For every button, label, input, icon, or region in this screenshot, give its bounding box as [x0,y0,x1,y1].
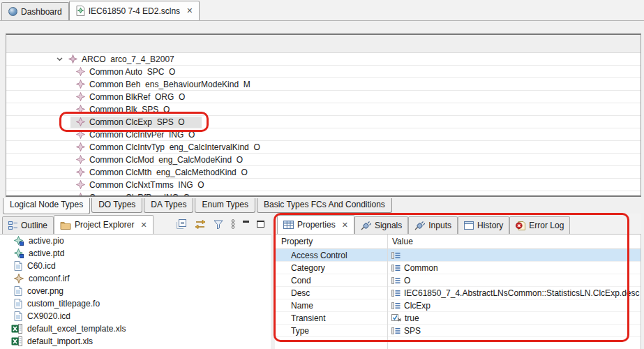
tab-project-explorer[interactable]: Project Explorer ✕ [54,215,153,234]
tree-row[interactable]: Common Blk SPS O [6,103,641,116]
document-file-icon [14,261,22,271]
document-file-icon [14,286,22,296]
tab-basic-types-fcs[interactable]: Basic Types FCs And Conditions [257,198,392,213]
close-icon[interactable]: ✕ [186,6,193,15]
close-icon[interactable]: ✕ [342,221,348,230]
close-icon[interactable]: ✕ [140,221,147,230]
tab-inputs-label: Inputs [428,221,451,230]
tab-scl-file[interactable]: IEC61850 7-4 ED2.sclns ✕ [69,1,200,20]
editor-tab-bar: Dashboard IEC61850 7-4 ED2.sclns ✕ [0,0,644,21]
node-star-icon [68,54,77,64]
property-value: SPS [404,326,421,336]
tab-dashboard[interactable]: Dashboard [1,2,69,20]
tree-row-selected[interactable]: Common ClcExp SPS O [6,116,641,128]
tree-row-label: Common ClcExp SPS O [89,117,185,127]
file-item[interactable]: active.pio [0,235,271,247]
tree-row[interactable]: Common Auto SPC O [6,66,641,78]
properties-view: Properties ✕ Signals [275,214,641,349]
tab-do-types[interactable]: DO Types [91,198,142,213]
tab-error-log[interactable]: Error Log [509,216,570,234]
tab-label: Basic Types FCs And Conditions [264,200,385,209]
tab-properties[interactable]: Properties ✕ [277,215,354,234]
file-name: CX9020.icd [27,311,70,321]
link-with-editor-icon[interactable] [195,220,206,229]
file-item[interactable]: comconf.irf [0,272,271,285]
file-name: custom_titlepage.fo [27,299,100,309]
tree-row[interactable]: Common ClcRfPer ING O [6,191,641,197]
tree-row-label: Common ClcIntvTyp eng_CalcIntervalKind O [89,142,260,152]
maximize-icon[interactable] [257,221,264,228]
tree-row[interactable]: Common ClcIntvPer ING O [6,128,641,141]
tab-properties-label: Properties [297,220,336,230]
window-icon [464,221,474,230]
property-row-name[interactable]: Name ClcExp [275,299,641,312]
tab-dashboard-label: Dashboard [21,7,62,17]
property-row-type[interactable]: Type SPS [275,325,641,337]
file-item[interactable]: cover.png [0,285,271,297]
filter-icon[interactable] [214,220,223,229]
tree-row-label: Common ClcMth eng_CalcMethodKind O [89,168,248,177]
tab-inputs[interactable]: Inputs [408,216,458,234]
property-row-desc[interactable]: Desc IEC61850_7_4.AbstractLNsCommon::Sta… [275,287,641,299]
file-name: comconf.irf [29,274,70,283]
tab-label: DA Types [151,200,186,209]
file-item[interactable]: custom_titlepage.fo [0,297,271,310]
tab-label: Enum Types [202,200,248,209]
tab-enum-types[interactable]: Enum Types [195,198,255,213]
tab-signals[interactable]: Signals [354,216,408,234]
logical-node-tree: ARCO arco_7_4_B2007 Common Auto SPC O Co… [6,34,641,197]
outline-icon [8,221,17,230]
tree-row-arco[interactable]: ARCO arco_7_4_B2007 [6,53,641,66]
node-star-icon [76,105,85,114]
tab-outline[interactable]: Outline [2,216,54,234]
column-divider[interactable] [387,235,388,349]
explorer-toolbar [177,219,271,234]
file-item[interactable]: C60.icd [0,260,271,272]
tree-row[interactable]: Common ClcIntvTyp eng_CalcIntervalKind O [6,141,641,154]
tab-history[interactable]: History [458,216,509,234]
view-menu-icon[interactable] [231,219,235,229]
document-file-icon [14,311,22,321]
file-item[interactable]: active.ptd [0,247,271,260]
right-view-tab-bar: Properties ✕ Signals [275,214,641,235]
node-star-icon [76,92,85,101]
property-name: Category [275,263,387,273]
column-header-value[interactable]: Value [387,237,413,246]
collapse-all-icon[interactable] [177,219,187,229]
tab-da-types[interactable]: DA Types [144,198,193,213]
node-star-icon [76,130,85,139]
boolean-checkbox-icon [391,314,401,322]
property-value: IEC61850_7_4.AbstractLNsCommon::Statisti… [404,288,639,298]
pio-file-icon [14,236,24,246]
file-item[interactable]: CX9020.icd [0,310,271,322]
text-value-icon [391,265,400,272]
properties-table-header: Property Value [275,235,641,249]
tab-outline-label: Outline [21,221,47,230]
property-value: true [405,313,419,323]
node-star-icon [76,168,85,177]
tree-row-label: Common BlkRef ORG O [89,92,185,102]
tree-row[interactable]: Common ClcNxtTmms ING O [6,179,641,191]
node-star-icon [76,80,85,89]
property-row-transient[interactable]: Transient true [275,312,641,325]
property-row-category[interactable]: Category Common [275,262,641,274]
tree-row[interactable]: Common ClcMth eng_CalcMethodKind O [6,166,641,179]
properties-table: Property Value Access Control Category [275,235,641,349]
file-item[interactable]: default_excel_template.xls [0,322,271,335]
column-header-property[interactable]: Property [275,237,387,246]
dashboard-globe-icon [8,7,17,16]
property-value: Common [404,263,438,273]
tree-row[interactable]: Common BlkRef ORG O [6,91,641,103]
tree-row-label: Common ClcRfPer ING O [89,193,190,198]
tab-logical-node-types[interactable]: Logical Node Types [3,198,90,214]
tree-row[interactable]: Common Beh ens_BehaviourModeKind M [6,78,641,91]
ptd-file-icon [14,248,24,258]
file-item[interactable]: default_import.xls [0,335,271,348]
chevron-down-icon[interactable] [57,57,63,61]
property-row-cond[interactable]: Cond O [275,274,641,287]
scl-document-icon [76,6,85,16]
property-row-access-control[interactable]: Access Control [275,249,641,262]
node-star-icon [76,67,85,76]
minimize-icon[interactable] [243,221,249,223]
tree-row[interactable]: Common ClcMod eng_CalcModeKind O [6,154,641,166]
